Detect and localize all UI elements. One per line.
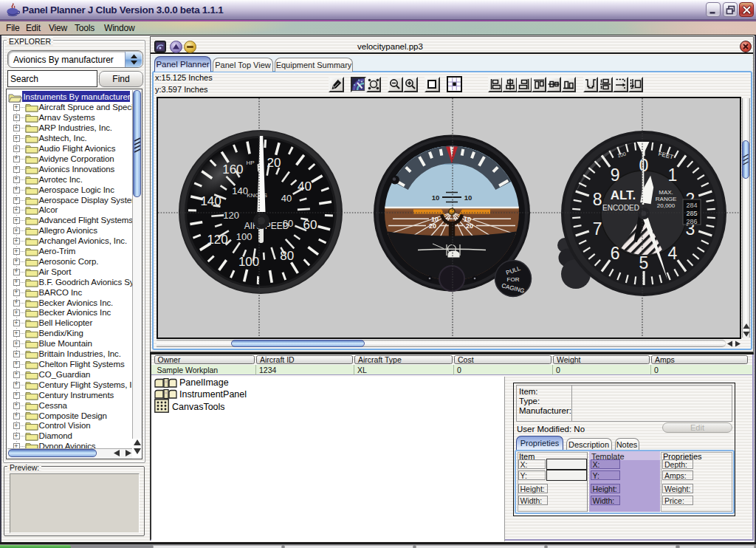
svg-text:160: 160 bbox=[222, 162, 243, 177]
svg-text:4: 4 bbox=[667, 244, 677, 263]
svg-text:ALT.: ALT. bbox=[611, 188, 636, 202]
svg-text:40: 40 bbox=[281, 193, 292, 204]
svg-text:20: 20 bbox=[466, 222, 473, 230]
svg-text:10: 10 bbox=[464, 193, 472, 202]
svg-text:286: 286 bbox=[686, 218, 697, 225]
svg-text:284: 284 bbox=[686, 202, 697, 209]
svg-text:HP: HP bbox=[246, 160, 254, 166]
svg-text:285: 285 bbox=[686, 210, 697, 217]
svg-text:6: 6 bbox=[611, 244, 620, 263]
svg-text:ENCODED: ENCODED bbox=[602, 204, 639, 212]
svg-text:RANGE: RANGE bbox=[656, 196, 676, 202]
svg-text:20: 20 bbox=[429, 222, 436, 230]
svg-text:7: 7 bbox=[593, 219, 602, 239]
svg-text:MAX.: MAX. bbox=[659, 189, 673, 196]
svg-text:8: 8 bbox=[593, 190, 602, 209]
svg-text:20,000: 20,000 bbox=[657, 202, 676, 209]
svg-text:100: 100 bbox=[236, 231, 252, 242]
svg-text:40: 40 bbox=[298, 179, 312, 193]
svg-text:FOR: FOR bbox=[507, 276, 520, 283]
svg-text:120: 120 bbox=[223, 210, 239, 221]
svg-text:120: 120 bbox=[207, 233, 227, 247]
svg-text:9: 9 bbox=[611, 165, 620, 185]
svg-text:100: 100 bbox=[238, 255, 259, 269]
svg-text:10: 10 bbox=[432, 193, 440, 202]
svg-text:140: 140 bbox=[232, 185, 248, 196]
svg-text:1: 1 bbox=[667, 165, 677, 185]
svg-text:5: 5 bbox=[639, 253, 649, 273]
